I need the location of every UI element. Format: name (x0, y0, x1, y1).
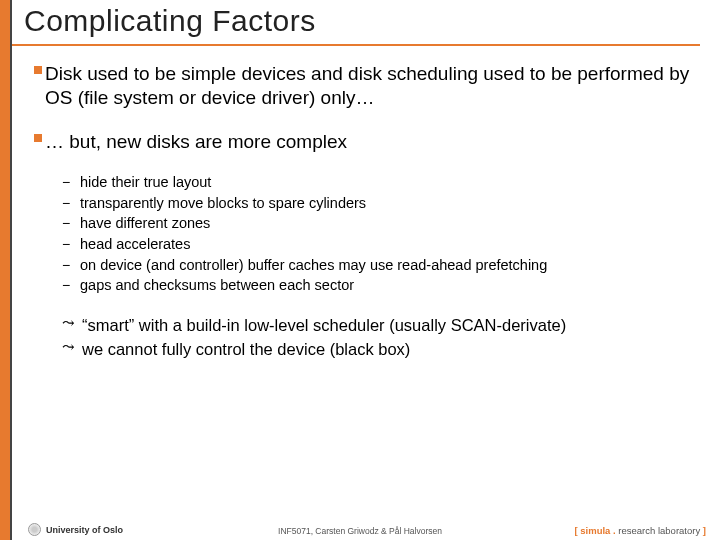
arrow-icon: ⤳ (62, 314, 82, 336)
bullet-text: … but, new disks are more complex (45, 130, 347, 154)
square-bullet-icon (30, 66, 45, 81)
footer-right: [ simula . research laboratory ] (574, 525, 706, 536)
sub-bullet-text: transparently move blocks to spare cylin… (80, 194, 366, 214)
sub-bullet-text: hide their true layout (80, 173, 211, 193)
footer: University of Oslo INF5071, Carsten Griw… (0, 518, 720, 540)
sub-bullet-text: on device (and controller) buffer caches… (80, 256, 547, 276)
bullet-level2: − hide their true layout (62, 173, 700, 193)
bullet-level1: Disk used to be simple devices and disk … (30, 62, 700, 110)
accent-sidebar-shadow (10, 0, 12, 540)
bullet-conclusion: ⤳ “smart” with a build-in low-level sche… (62, 314, 700, 336)
accent-sidebar (0, 0, 10, 540)
research-lab-word: research laboratory (618, 525, 700, 536)
content: Disk used to be simple devices and disk … (30, 62, 700, 362)
bullet-conclusion: ⤳ we cannot fully control the device (bl… (62, 338, 700, 360)
simula-word: simula (580, 525, 610, 536)
slide: Complicating Factors Disk used to be sim… (0, 0, 720, 540)
dash-icon: − (62, 195, 80, 214)
sub-bullet-list: − hide their true layout − transparently… (62, 173, 700, 295)
bullet-level2: − head accelerates (62, 235, 700, 255)
conclusion-list: ⤳ “smart” with a build-in low-level sche… (62, 314, 700, 361)
conclusion-text: “smart” with a build-in low-level schedu… (82, 314, 566, 336)
bullet-level1: … but, new disks are more complex (30, 130, 700, 154)
dash-icon: − (62, 257, 80, 276)
title-underline (12, 44, 700, 46)
sub-bullet-text: head accelerates (80, 235, 190, 255)
dash-icon: − (62, 174, 80, 193)
dash-icon: − (62, 277, 80, 296)
dash-icon: − (62, 215, 80, 234)
bullet-text: Disk used to be simple devices and disk … (45, 62, 700, 110)
bullet-level2: − transparently move blocks to spare cyl… (62, 194, 700, 214)
slide-title: Complicating Factors (24, 4, 700, 38)
sub-bullet-text: gaps and checksums between each sector (80, 276, 354, 296)
sub-bullet-text: have different zones (80, 214, 210, 234)
bullet-level2: − on device (and controller) buffer cach… (62, 256, 700, 276)
square-bullet-icon (30, 134, 45, 149)
title-wrap: Complicating Factors (24, 4, 700, 38)
conclusion-text: we cannot fully control the device (blac… (82, 338, 410, 360)
dash-icon: − (62, 236, 80, 255)
arrow-icon: ⤳ (62, 338, 82, 360)
bullet-level2: − gaps and checksums between each sector (62, 276, 700, 296)
bracket-close: ] (700, 525, 706, 536)
bullet-level2: − have different zones (62, 214, 700, 234)
